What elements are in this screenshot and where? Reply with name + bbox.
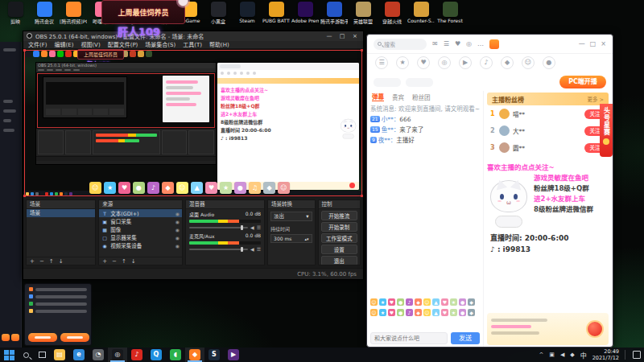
feature-nav-icon[interactable]: ☰ <box>375 56 388 69</box>
desktop-icon[interactable]: 穿越火线 <box>378 2 406 25</box>
topbar-icon[interactable]: … <box>477 40 484 47</box>
emote-button[interactable]: ★ <box>379 298 386 306</box>
emote-button[interactable]: ● <box>459 298 466 306</box>
emote-button[interactable]: ♪ <box>406 298 413 306</box>
close-button[interactable]: × <box>350 33 360 39</box>
emote-button[interactable]: ♪ <box>406 309 413 316</box>
obs-titlebar[interactable]: OBS 25.0.1 (64-bit, windows) - 配置文件: 未命名… <box>23 31 363 41</box>
spinner-arrows-icon[interactable]: ▴▾ <box>305 237 309 241</box>
obs-control-button[interactable]: 开始推流 <box>321 211 357 220</box>
panel-toolbar-button[interactable]: ↑ <box>49 258 54 265</box>
panel-toolbar-button[interactable]: ↑ <box>122 258 126 265</box>
emote-button[interactable]: ★ <box>450 309 457 316</box>
emote-button[interactable]: ♥ <box>388 309 395 316</box>
volume-slider[interactable] <box>189 249 248 250</box>
visibility-eye-icon[interactable]: ◉ <box>175 227 180 232</box>
obs-menu-item[interactable]: 视图(V) <box>80 40 100 48</box>
window-control-button[interactable]: × <box>601 40 606 47</box>
taskbar-clock[interactable]: 20:49 2021/7/12 <box>592 348 619 361</box>
obs-menu-item[interactable]: 配置文件(P) <box>108 40 138 48</box>
gift-grab-button[interactable] <box>586 320 604 338</box>
taskbar-app-icon[interactable]: ◔ <box>89 348 108 362</box>
search-input[interactable]: 搜索 <box>374 39 427 50</box>
filter-pill[interactable] <box>406 78 433 87</box>
rank-username[interactable]: 圆** <box>513 143 581 152</box>
one-click-live-button[interactable] <box>60 333 89 342</box>
panel-toolbar-button[interactable]: − <box>112 258 117 265</box>
chat-username[interactable]: 小**： <box>382 116 400 123</box>
chat-tab[interactable]: 贵宾 <box>392 93 404 101</box>
obs-menu-item[interactable]: 工具(T) <box>183 40 202 48</box>
panel-toolbar-button[interactable]: ↓ <box>59 258 64 265</box>
resize-handle[interactable] <box>23 49 26 51</box>
resize-handle[interactable] <box>361 195 363 197</box>
desktop-icon[interactable]: 小黑盒 <box>204 2 232 25</box>
feature-nav-icon[interactable]: ● <box>543 56 555 69</box>
taskbar-app-icon[interactable]: S <box>204 348 224 362</box>
send-button[interactable]: 发送 <box>451 332 480 344</box>
emote-button[interactable]: ♥ <box>441 298 448 306</box>
taskbar-app-icon[interactable]: ▤ <box>50 348 69 362</box>
mute-icon[interactable]: ◀ <box>250 246 254 252</box>
topbar-icon[interactable]: ♥ <box>455 40 460 47</box>
obs-preview-canvas[interactable]: 上周最佳饲养员 肝人109 OBS 25.0.1 (64-bit, window… <box>23 49 363 197</box>
emote-button[interactable]: ☺ <box>423 309 431 316</box>
maximize-button[interactable]: □ <box>337 33 347 39</box>
feature-nav-icon[interactable]: ★ <box>396 56 409 69</box>
emote-button[interactable]: ◆ <box>415 298 422 306</box>
chat-tab[interactable]: 弹幕 <box>372 92 384 101</box>
activity-icon[interactable] <box>489 39 499 49</box>
fans-rank-header[interactable]: 主播粉丝榜 更多 > <box>487 93 609 105</box>
mute-icon[interactable]: ◀ <box>250 224 254 230</box>
window-control-button[interactable]: □ <box>590 40 597 47</box>
source-item[interactable]: ◉ 视频采集设备 ◉ <box>99 241 182 249</box>
desktop-icon[interactable]: 腾讯手游助手 <box>320 2 348 25</box>
resize-handle[interactable] <box>23 195 26 197</box>
desktop-icon[interactable]: [腾讯视频]POP子 <box>60 2 87 25</box>
taskbar-search-button[interactable] <box>18 348 34 362</box>
rank-username[interactable]: 大** <box>513 126 581 135</box>
pc-broadcast-button[interactable]: PC端开播 <box>559 76 606 88</box>
panel-toolbar-button[interactable]: ↓ <box>131 258 136 265</box>
tray-volume-icon[interactable]: ◀ <box>560 352 564 358</box>
source-item[interactable]: T 文本(GDI+) ◉ <box>99 209 182 217</box>
emote-button[interactable]: ★ <box>450 298 457 306</box>
feature-nav-icon[interactable]: ♪ <box>480 56 493 69</box>
emote-button[interactable]: ◆ <box>468 309 475 316</box>
desktop-icon[interactable]: 剪映 <box>2 2 29 25</box>
chat-tab[interactable]: 粉丝团 <box>412 93 431 101</box>
visibility-eye-icon[interactable]: ◉ <box>175 235 180 241</box>
obs-control-button[interactable]: 退出 <box>321 256 357 265</box>
emote-button[interactable]: ● <box>397 309 404 316</box>
taskbar-app-icon[interactable]: ◎ <box>108 348 127 362</box>
panel-toolbar-button[interactable]: + <box>30 258 35 265</box>
panel-toolbar-button[interactable]: + <box>102 258 107 265</box>
emote-button[interactable]: ▲ <box>432 309 440 316</box>
desktop-icon[interactable]: PUBG BATTLEGR... <box>262 2 290 25</box>
topbar-icon[interactable]: ◎ <box>466 40 472 47</box>
desktop-icon[interactable]: 腾讯会议 <box>31 2 58 25</box>
input-language-indicator[interactable]: 中 <box>580 351 587 360</box>
taskbar-app-icon[interactable]: e <box>69 348 89 362</box>
start-button[interactable] <box>0 348 18 362</box>
taskbar-app-icon[interactable]: ▶ <box>224 348 243 362</box>
feature-nav-icon[interactable]: ▶ <box>459 56 472 69</box>
emote-button[interactable]: ♥ <box>388 298 395 306</box>
tools-mini-button[interactable] <box>11 334 19 341</box>
feature-nav-icon[interactable]: ◆ <box>501 56 514 69</box>
promo-card[interactable] <box>487 313 609 345</box>
emote-button[interactable]: ● <box>459 309 466 316</box>
feature-nav-icon[interactable]: ♥ <box>417 56 430 69</box>
taskbar-app-icon[interactable]: ◖ <box>166 348 185 362</box>
emote-button[interactable]: ☺ <box>370 298 378 306</box>
scene-item[interactable]: 场景 <box>27 209 95 217</box>
chat-username[interactable]: 夜**： <box>378 137 397 144</box>
filter-pill[interactable] <box>374 78 401 87</box>
obs-menu-item[interactable]: 编辑(E) <box>55 40 74 48</box>
chat-input[interactable] <box>370 332 448 344</box>
obs-menu-item[interactable]: 帮助(H) <box>209 40 229 48</box>
emote-button[interactable]: ☺ <box>423 298 431 306</box>
desktop-icon[interactable]: Adobe Premie... <box>291 2 319 25</box>
desktop-icon[interactable]: 英雄联盟 <box>349 2 377 25</box>
go-live-mini-button[interactable] <box>2 334 10 341</box>
